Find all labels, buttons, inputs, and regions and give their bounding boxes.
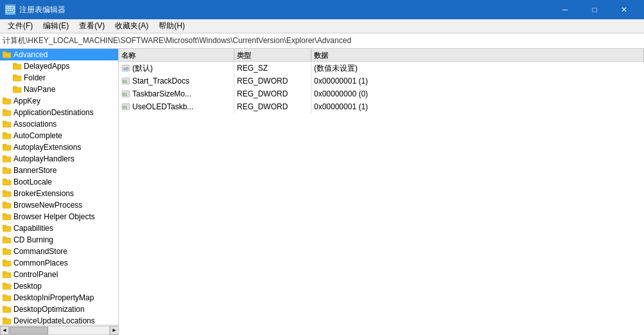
title-bar-left: 注册表编辑器: [5, 5, 65, 15]
svg-text:ab: ab: [123, 66, 128, 71]
tree-item-desktopinipropertymap[interactable]: DesktopIniPropertyMap: [0, 292, 118, 303]
svg-rect-48: [3, 283, 6, 285]
tree-item-autocomplete[interactable]: AutoComplete: [0, 130, 118, 141]
scroll-track[interactable]: [9, 326, 110, 335]
svg-rect-20: [3, 121, 6, 123]
svg-rect-32: [3, 190, 6, 192]
svg-rect-18: [3, 109, 6, 111]
regedit-icon: [5, 5, 15, 15]
cell-name-1: 01 Start_TrackDocs: [119, 75, 234, 87]
tree-item-commonplaces[interactable]: CommonPlaces: [0, 257, 118, 269]
title-bar-title: 注册表编辑器: [19, 5, 65, 15]
right-panel: 名称 类型 数据 ab (默认) REG_SZ: [119, 49, 644, 335]
svg-rect-42: [3, 248, 6, 250]
tree-item-browsenewprocess[interactable]: BrowseNewProcess: [0, 199, 118, 211]
svg-rect-28: [3, 167, 6, 169]
close-button[interactable]: ✕: [609, 0, 639, 19]
svg-rect-16: [3, 98, 6, 100]
tree-item-folder[interactable]: Folder: [0, 72, 118, 84]
tree-item-advanced[interactable]: Advanced: [0, 49, 118, 60]
left-panel-scrollbar: ◄ ►: [0, 325, 119, 335]
tree-item-browserhelperobjects[interactable]: Browser Helper Objects: [0, 211, 118, 222]
tree-scroll[interactable]: Advanced DelayedApps Folder: [0, 49, 118, 325]
svg-rect-34: [3, 202, 6, 204]
cell-data-0: (数值未设置): [311, 62, 644, 75]
scroll-left-button[interactable]: ◄: [0, 326, 9, 335]
tree-item-bootlocale[interactable]: BootLocale: [0, 176, 118, 188]
menu-edit[interactable]: 编辑(E): [38, 19, 74, 33]
address-bar: 计算机\HKEY_LOCAL_MACHINE\SOFTWARE\Microsof…: [0, 33, 644, 49]
tree-item-commandstore[interactable]: CommandStore: [0, 246, 118, 257]
title-bar: 注册表编辑器 ─ □ ✕: [0, 0, 644, 19]
svg-rect-36: [3, 213, 6, 215]
svg-rect-4: [8, 10, 9, 11]
svg-rect-22: [3, 132, 6, 134]
svg-text:01: 01: [123, 92, 128, 96]
svg-rect-12: [13, 75, 17, 77]
column-headers: 名称 类型 数据: [119, 49, 644, 62]
table-row[interactable]: 01 UseOLEDTaskb... REG_DWORD 0x00000001 …: [119, 100, 644, 113]
cell-type-2: REG_DWORD: [234, 87, 311, 100]
menu-help[interactable]: 帮助(H): [153, 19, 190, 33]
scroll-thumb: [10, 327, 48, 334]
maximize-button[interactable]: □: [580, 0, 609, 19]
registry-values-list[interactable]: ab (默认) REG_SZ (数值未设置) 01 S: [119, 62, 644, 335]
cell-type-0: REG_SZ: [234, 62, 311, 75]
table-row[interactable]: 01 TaskbarSizeMo... REG_DWORD 0x00000000…: [119, 87, 644, 100]
cell-type-3: REG_DWORD: [234, 100, 311, 113]
menu-file[interactable]: 文件(F): [3, 19, 38, 33]
cell-type-1: REG_DWORD: [234, 75, 311, 87]
tree-item-autoplayhandlers[interactable]: AutoplayHandlers: [0, 153, 118, 165]
svg-rect-52: [3, 306, 6, 308]
svg-rect-40: [3, 237, 6, 239]
title-bar-controls: ─ □ ✕: [550, 0, 639, 19]
svg-rect-44: [3, 260, 6, 262]
col-header-name[interactable]: 名称: [119, 49, 234, 62]
cell-data-1: 0x00000001 (1): [311, 75, 644, 87]
tree-item-controlpanel[interactable]: ControlPanel: [0, 269, 118, 280]
minimize-button[interactable]: ─: [550, 0, 580, 19]
tree-item-appkey[interactable]: AppKey: [0, 95, 118, 107]
address-path[interactable]: 计算机\HKEY_LOCAL_MACHINE\SOFTWARE\Microsof…: [3, 35, 351, 46]
cell-data-3: 0x00000001 (1): [311, 100, 644, 113]
table-row[interactable]: ab (默认) REG_SZ (数值未设置): [119, 62, 644, 75]
svg-rect-26: [3, 156, 6, 158]
tree-item-bannerstore[interactable]: BannerStore: [0, 165, 118, 176]
svg-rect-38: [3, 225, 6, 227]
svg-rect-6: [12, 10, 13, 11]
tree-item-navpane[interactable]: NavPane: [0, 84, 118, 95]
menu-view[interactable]: 查看(V): [74, 19, 110, 33]
table-row[interactable]: 01 Start_TrackDocs REG_DWORD 0x00000001 …: [119, 75, 644, 87]
col-header-type[interactable]: 类型: [234, 49, 311, 62]
tree-item-applicationdestinations[interactable]: ApplicationDestinations: [0, 107, 118, 118]
tree-item-desktopoptimization[interactable]: DesktopOptimization: [0, 303, 118, 315]
menu-bar: 文件(F) 编辑(E) 查看(V) 收藏夹(A) 帮助(H): [0, 19, 644, 33]
tree-item-associations[interactable]: Associations: [0, 118, 118, 130]
svg-rect-10: [13, 63, 17, 65]
cell-name-3: 01 UseOLEDTaskb...: [119, 100, 234, 113]
cell-name-0: ab (默认): [119, 62, 234, 75]
tree-item-deviceupdatelocations[interactable]: DeviceUpdateLocations: [0, 315, 118, 325]
svg-text:01: 01: [123, 79, 128, 84]
svg-rect-14: [13, 86, 17, 88]
cell-name-2: 01 TaskbarSizeMo...: [119, 87, 234, 100]
tree-item-delayedapps[interactable]: DelayedApps: [0, 60, 118, 72]
svg-rect-46: [3, 271, 6, 273]
tree-item-capabilities[interactable]: Capabilities: [0, 222, 118, 234]
svg-rect-8: [3, 51, 6, 53]
col-header-data[interactable]: 数据: [311, 49, 644, 62]
tree-item-cdburning[interactable]: CD Burning: [0, 234, 118, 246]
tree-item-desktop[interactable]: Desktop: [0, 280, 118, 292]
tree-item-brokerextensions[interactable]: BrokerExtensions: [0, 188, 118, 199]
cell-data-2: 0x00000000 (0): [311, 87, 644, 100]
left-panel: Advanced DelayedApps Folder: [0, 49, 119, 335]
svg-text:01: 01: [123, 105, 128, 109]
svg-rect-24: [3, 144, 6, 146]
menu-favorites[interactable]: 收藏夹(A): [110, 19, 153, 33]
svg-rect-50: [3, 294, 6, 296]
tree-item-autoplayextensions[interactable]: AutoplayExtensions: [0, 141, 118, 153]
main-content: Advanced DelayedApps Folder: [0, 49, 644, 335]
scroll-right-button[interactable]: ►: [110, 326, 119, 335]
svg-rect-54: [3, 318, 6, 320]
svg-rect-30: [3, 179, 6, 181]
